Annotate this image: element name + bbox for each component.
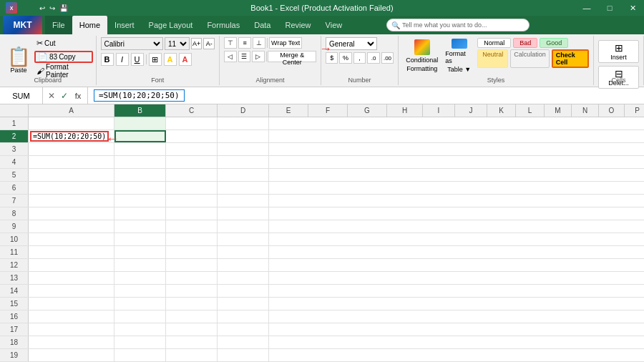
- cell-d12[interactable]: [218, 259, 269, 271]
- font-color-btn[interactable]: A: [179, 53, 192, 66]
- row-num-1[interactable]: 1: [0, 117, 29, 129]
- align-bot-btn[interactable]: ⊥: [253, 37, 265, 49]
- style-calculation[interactable]: Calculation: [510, 49, 550, 68]
- row-num-12[interactable]: 12: [0, 259, 29, 271]
- italic-btn[interactable]: I: [116, 53, 129, 66]
- row-num-5[interactable]: 5: [0, 169, 29, 181]
- cell-c17[interactable]: [166, 323, 218, 336]
- save-btn[interactable]: 💾: [59, 4, 68, 12]
- wrap-text-btn[interactable]: Wrap Text: [269, 37, 302, 49]
- cell-a15[interactable]: [29, 298, 114, 310]
- tab-view[interactable]: View: [318, 16, 350, 34]
- col-header-d[interactable]: D: [218, 104, 269, 117]
- cell-a7[interactable]: [29, 195, 114, 207]
- cell-b17[interactable]: [114, 323, 166, 336]
- row-num-13[interactable]: 13: [0, 272, 29, 284]
- cell-d19[interactable]: [218, 349, 269, 361]
- cell-c11[interactable]: [166, 246, 218, 258]
- cell-d7[interactable]: [218, 195, 269, 207]
- col-header-m[interactable]: M: [545, 104, 572, 117]
- tab-home[interactable]: Home: [72, 16, 107, 34]
- cell-d2[interactable]: [218, 130, 269, 142]
- row-num-15[interactable]: 15: [0, 298, 29, 310]
- row-num-4[interactable]: 4: [0, 156, 29, 168]
- row-num-2[interactable]: 2: [0, 130, 29, 142]
- cell-a16[interactable]: [29, 310, 114, 323]
- border-btn[interactable]: ⊞: [149, 53, 162, 66]
- cell-b18[interactable]: [114, 336, 166, 348]
- cell-d9[interactable]: [218, 220, 269, 233]
- tab-review[interactable]: Review: [278, 16, 318, 34]
- col-header-f[interactable]: F: [308, 104, 348, 117]
- cell-b5[interactable]: [114, 169, 166, 181]
- increase-font-btn[interactable]: A+: [191, 38, 203, 49]
- cell-a1[interactable]: [29, 117, 114, 129]
- col-header-g[interactable]: G: [348, 104, 387, 117]
- copy-button[interactable]: 📄 83 Copy: [34, 51, 93, 63]
- cell-a4[interactable]: [29, 156, 114, 168]
- row-num-14[interactable]: 14: [0, 285, 29, 297]
- format-painter-button[interactable]: 🖌 Format Painter: [34, 64, 93, 77]
- col-header-k[interactable]: K: [487, 104, 516, 117]
- maximize-btn[interactable]: □: [598, 0, 621, 16]
- cell-c2[interactable]: [166, 130, 218, 142]
- cell-a8[interactable]: [29, 207, 114, 220]
- tab-insert[interactable]: Insert: [107, 16, 142, 34]
- decrease-font-btn[interactable]: A-: [203, 38, 215, 49]
- col-header-i[interactable]: I: [423, 104, 455, 117]
- row-num-9[interactable]: 9: [0, 220, 29, 233]
- align-mid-btn[interactable]: ≡: [238, 37, 251, 49]
- name-box[interactable]: [0, 87, 43, 104]
- cell-c15[interactable]: [166, 298, 218, 310]
- format-as-table-btn[interactable]: Format as Table ▼: [442, 37, 476, 74]
- cell-d14[interactable]: [218, 285, 269, 297]
- row-num-7[interactable]: 7: [0, 195, 29, 207]
- cell-a3[interactable]: [29, 143, 114, 155]
- cell-d4[interactable]: [218, 156, 269, 168]
- align-left-btn[interactable]: ◁: [224, 51, 236, 62]
- insert-btn[interactable]: ⊞ Insert: [598, 40, 639, 63]
- comma-btn[interactable]: ,: [353, 52, 366, 64]
- merge-center-btn[interactable]: Merge & Center: [268, 51, 316, 62]
- cell-c19[interactable]: [166, 349, 218, 361]
- cell-b15[interactable]: [114, 298, 166, 310]
- cell-d13[interactable]: [218, 272, 269, 284]
- increase-decimal-btn[interactable]: .0: [367, 52, 379, 64]
- style-neutral[interactable]: Neutral: [477, 49, 508, 68]
- cell-a13[interactable]: [29, 272, 114, 284]
- cell-b16[interactable]: [114, 310, 166, 323]
- row-num-3[interactable]: 3: [0, 143, 29, 155]
- cell-d8[interactable]: [218, 207, 269, 220]
- col-header-h[interactable]: H: [387, 104, 423, 117]
- col-header-e[interactable]: E: [269, 104, 308, 117]
- confirm-formula-btn[interactable]: ✓: [59, 90, 70, 102]
- cell-b14[interactable]: [114, 285, 166, 297]
- col-header-a[interactable]: A: [29, 104, 114, 117]
- align-top-btn[interactable]: ⊤: [224, 37, 237, 49]
- cell-b3[interactable]: [114, 143, 166, 155]
- col-header-l[interactable]: L: [516, 104, 545, 117]
- cell-c14[interactable]: [166, 285, 218, 297]
- row-num-11[interactable]: 11: [0, 246, 29, 258]
- col-header-o[interactable]: O: [599, 104, 625, 117]
- cell-c3[interactable]: [166, 143, 218, 155]
- cell-d18[interactable]: [218, 336, 269, 348]
- col-header-c[interactable]: C: [166, 104, 218, 117]
- col-header-p[interactable]: P: [625, 104, 644, 117]
- conditional-formatting-btn[interactable]: Conditional Formatting: [403, 37, 441, 74]
- underline-btn[interactable]: U: [131, 53, 144, 66]
- cell-a18[interactable]: [29, 336, 114, 348]
- cell-a14[interactable]: [29, 285, 114, 297]
- row-num-17[interactable]: 17: [0, 323, 29, 336]
- cell-c4[interactable]: [166, 156, 218, 168]
- row-num-10[interactable]: 10: [0, 233, 29, 245]
- number-format-select[interactable]: General: [326, 37, 377, 50]
- cell-b4[interactable]: [114, 156, 166, 168]
- row-num-8[interactable]: 8: [0, 207, 29, 220]
- tab-formulas[interactable]: Formulas: [200, 16, 247, 34]
- paste-button[interactable]: 📋 Paste: [3, 40, 34, 82]
- row-num-19[interactable]: 19: [0, 349, 29, 361]
- cell-d11[interactable]: [218, 246, 269, 258]
- cell-b19[interactable]: [114, 349, 166, 361]
- cell-b2[interactable]: [114, 130, 166, 142]
